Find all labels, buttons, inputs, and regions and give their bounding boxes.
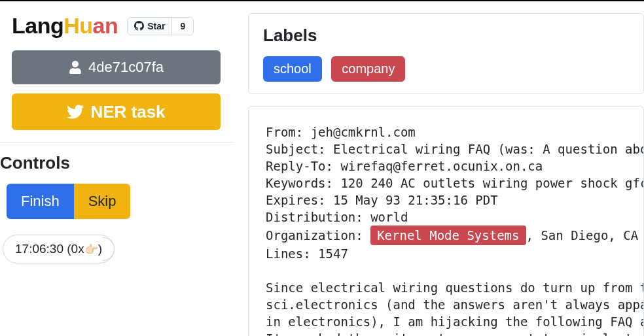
ner-task-label: NER task (90, 102, 165, 122)
skip-button[interactable]: Skip (74, 184, 131, 219)
user-id-button[interactable]: 4de71c07fa (12, 50, 221, 84)
timestamp-pill[interactable]: 17:06:30 (0x👉🏻) (3, 235, 115, 263)
finish-button[interactable]: Finish (7, 184, 74, 219)
label-tag-school[interactable]: school (263, 56, 322, 82)
github-star-button[interactable]: Star (128, 18, 172, 35)
labels-heading: Labels (263, 25, 629, 46)
github-star-count: 9 (172, 18, 193, 35)
logo-part-1: Lang (12, 13, 63, 39)
ner-task-button[interactable]: NER task (12, 93, 221, 130)
timestamp-text: 17:06:30 (0x (15, 242, 84, 256)
user-icon (69, 61, 82, 74)
user-id-text: 4de71c07fa (88, 59, 164, 76)
email-panel: From: jeh@cmkrnl.com Subject: Electrical… (248, 106, 644, 336)
main-content: Labels school company From: jeh@cmkrnl.c… (232, 1, 644, 336)
logo-part-3: an (93, 13, 118, 39)
github-star-badge[interactable]: Star 9 (127, 17, 194, 35)
brand-row: LangHuan Star 9 (12, 13, 221, 39)
email-pre-tag: From: jeh@cmkrnl.com Subject: Electrical… (266, 125, 643, 243)
email-body-text: From: jeh@cmkrnl.com Subject: Electrical… (266, 124, 643, 336)
labels-tag-row: school company (263, 56, 629, 82)
controls-heading: Controls (0, 153, 232, 173)
app-logo: LangHuan (12, 13, 118, 39)
github-star-label: Star (147, 21, 165, 31)
sidebar: LangHuan Star 9 4de71c07fa (0, 1, 232, 336)
bird-icon (67, 103, 84, 120)
sidebar-divider: Controls Finish Skip 17:06:30 (0x👉🏻) (0, 142, 232, 263)
hand-emoji-icon: 👉🏻 (84, 243, 98, 256)
controls-button-group: Finish Skip (7, 184, 130, 219)
label-tag-company[interactable]: company (331, 56, 405, 82)
org-entity-tag[interactable]: Kernel Mode Systems (370, 226, 526, 245)
labels-panel: Labels school company (248, 13, 644, 94)
timestamp-suffix: ) (98, 242, 102, 256)
github-icon (134, 21, 144, 31)
logo-part-2: Hu (63, 13, 92, 39)
